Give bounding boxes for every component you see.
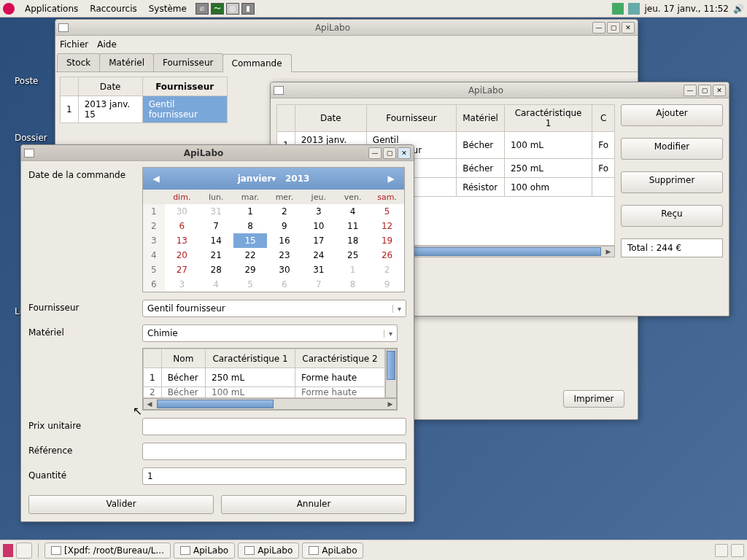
calendar-day[interactable]: 30 xyxy=(267,262,301,277)
calendar-day[interactable]: 19 xyxy=(370,233,404,248)
minimize-button[interactable]: — xyxy=(684,85,697,96)
titlebar[interactable]: ApiLabo — ▢ ✕ xyxy=(55,20,638,36)
show-desktop-button[interactable] xyxy=(16,542,32,559)
calendar-day[interactable]: 4 xyxy=(336,204,370,219)
reference-input[interactable] xyxy=(142,443,406,460)
calendar-day[interactable]: 8 xyxy=(233,219,268,233)
calendar-day[interactable]: 5 xyxy=(370,204,404,219)
calendar-day[interactable]: 11 xyxy=(336,219,370,233)
calendar-day[interactable]: 6 xyxy=(165,219,199,233)
trash-icon[interactable] xyxy=(731,544,744,557)
calendar-day[interactable]: 22 xyxy=(233,248,268,262)
scroll-thumb[interactable] xyxy=(387,351,395,380)
close-button[interactable]: ✕ xyxy=(398,147,411,159)
calendar-day[interactable]: 16 xyxy=(267,233,301,248)
table-row[interactable]: 1 Bécher 250 mL Forme haute xyxy=(144,368,385,387)
commande-table[interactable]: Date Fournisseur 1 2013 janv. 15 Gentil … xyxy=(60,77,228,123)
debian-logo-icon[interactable] xyxy=(3,3,15,15)
launcher-icon[interactable]: ⎚ xyxy=(196,3,209,15)
titlebar[interactable]: ApiLabo — ▢ ✕ xyxy=(271,82,729,98)
calendar-day[interactable]: 9 xyxy=(370,277,404,292)
calendar[interactable]: ◀ janvier▾ 2013 ▶ dim.lun.mar.mer.jeu.ve… xyxy=(142,167,405,292)
launcher-icon[interactable]: 〜 xyxy=(211,3,224,15)
launcher-icon[interactable]: ◎ xyxy=(226,3,239,15)
menu-aide[interactable]: Aide xyxy=(97,39,117,50)
col-date[interactable]: Date xyxy=(295,105,366,132)
month-label[interactable]: janvier▾ xyxy=(238,174,276,184)
vertical-scrollbar[interactable] xyxy=(385,349,397,398)
calendar-day[interactable]: 2 xyxy=(370,262,404,277)
tray-icon[interactable] xyxy=(612,3,624,15)
calendar-day[interactable]: 29 xyxy=(233,262,268,277)
tab-commande[interactable]: Commande xyxy=(222,54,292,72)
received-button[interactable]: Reçu xyxy=(621,205,723,227)
calendar-day[interactable]: 6 xyxy=(267,277,301,292)
print-button[interactable]: Imprimer xyxy=(563,390,624,408)
quantite-input[interactable]: 1 xyxy=(142,467,406,485)
prev-month-icon[interactable]: ◀ xyxy=(149,174,163,184)
calendar-day[interactable]: 24 xyxy=(301,248,336,262)
calendar-day[interactable]: 28 xyxy=(199,262,233,277)
calendar-day[interactable]: 26 xyxy=(370,248,404,262)
calendar-day[interactable]: 13 xyxy=(165,233,199,248)
scroll-thumb[interactable] xyxy=(157,400,274,408)
workspace-switcher-icon[interactable] xyxy=(715,544,728,557)
col-fournisseur[interactable]: Fournisseur xyxy=(366,105,456,132)
calendar-day[interactable]: 5 xyxy=(233,277,268,292)
col-c2[interactable]: C xyxy=(592,105,615,132)
titlebar[interactable]: ApiLabo — ▢ ✕ xyxy=(21,145,414,161)
scroll-left-icon[interactable]: ◀ xyxy=(144,400,155,408)
calendar-day[interactable]: 14 xyxy=(199,233,233,248)
prix-input[interactable] xyxy=(142,418,406,435)
calendar-day[interactable]: 4 xyxy=(199,277,233,292)
maximize-button[interactable]: ▢ xyxy=(698,85,711,96)
scroll-right-icon[interactable]: ▶ xyxy=(384,400,396,408)
materiel-select[interactable]: Chimie ▾ xyxy=(142,324,398,342)
calendar-day[interactable]: 1 xyxy=(233,204,268,219)
calendar-day[interactable]: 27 xyxy=(165,262,199,277)
validate-button[interactable]: Valider xyxy=(28,495,214,514)
volume-icon[interactable]: 🔊 xyxy=(733,4,744,14)
calendar-day[interactable]: 20 xyxy=(165,248,199,262)
calendar-day[interactable]: 7 xyxy=(199,219,233,233)
next-month-icon[interactable]: ▶ xyxy=(384,174,398,184)
col-nom[interactable]: Nom xyxy=(161,349,205,368)
calendar-day[interactable]: 3 xyxy=(301,204,336,219)
taskbar-item[interactable]: ApiLabo xyxy=(174,542,235,559)
tab-materiel[interactable]: Matériel xyxy=(99,53,154,71)
menu-systeme[interactable]: Système xyxy=(143,2,193,15)
tab-stock[interactable]: Stock xyxy=(57,53,100,71)
calendar-day[interactable]: 23 xyxy=(267,248,301,262)
calendar-day[interactable]: 10 xyxy=(301,219,336,233)
fournisseur-select[interactable]: Gentil fournisseur ▾ xyxy=(142,300,406,317)
calendar-day[interactable]: 8 xyxy=(336,277,370,292)
table-row[interactable]: 2 Bécher 100 mL Forme haute xyxy=(144,387,385,398)
col-date[interactable]: Date xyxy=(78,77,142,96)
minimize-button[interactable]: — xyxy=(592,22,605,34)
col-fournisseur[interactable]: Fournisseur xyxy=(142,77,227,96)
col-c2[interactable]: Caractéristique 2 xyxy=(295,349,385,368)
network-icon[interactable] xyxy=(628,3,640,15)
calendar-day[interactable]: 31 xyxy=(301,262,336,277)
maximize-button[interactable]: ▢ xyxy=(607,22,620,34)
taskbar-item[interactable]: ApiLabo xyxy=(238,542,299,559)
menu-fichier[interactable]: Fichier xyxy=(60,39,88,50)
menu-raccourcis[interactable]: Raccourcis xyxy=(84,2,142,15)
horizontal-scrollbar[interactable]: ◀ ▶ xyxy=(143,398,397,410)
minimize-button[interactable]: — xyxy=(368,147,382,159)
calendar-day[interactable]: 18 xyxy=(336,233,370,248)
calendar-day[interactable]: 9 xyxy=(267,219,301,233)
calendar-day[interactable]: 2 xyxy=(267,204,301,219)
modify-button[interactable]: Modifier xyxy=(621,138,723,160)
calendar-day[interactable]: 7 xyxy=(301,277,336,292)
calendar-day[interactable]: 15 xyxy=(233,233,268,248)
taskbar-item[interactable]: ApiLabo xyxy=(302,542,363,559)
calendar-day[interactable]: 21 xyxy=(199,248,233,262)
close-button[interactable]: ✕ xyxy=(622,22,635,34)
col-idx[interactable] xyxy=(61,77,79,96)
taskbar-item[interactable]: [Xpdf: /root/Bureau/L... xyxy=(44,542,171,559)
calendar-day[interactable]: 12 xyxy=(370,219,404,233)
calendar-day[interactable]: 17 xyxy=(301,233,336,248)
add-button[interactable]: Ajouter xyxy=(621,104,723,126)
calendar-day[interactable]: 3 xyxy=(165,277,199,292)
